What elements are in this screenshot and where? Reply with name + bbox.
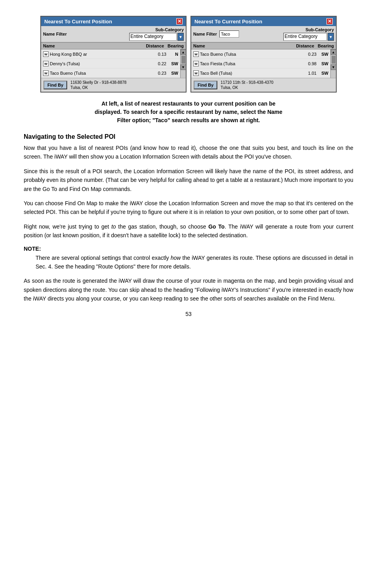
item-bearing-1-right: SW	[317, 61, 328, 66]
screenshot-right: Nearest To Current Position ✕ Name Filte…	[190, 16, 337, 93]
item-text-0-right: Taco Bueno (Tulsa	[200, 52, 236, 57]
name-filter-label-right: Name Filter	[193, 32, 217, 36]
col-headers-left: Name Distance Bearing	[41, 42, 186, 49]
list-item[interactable]: W Taco Bueno (Tulsa 0.23 SW	[191, 49, 330, 59]
item-name-0-right: W Taco Bueno (Tulsa	[193, 51, 293, 57]
address-line1-right: 11710 11th St - 918-438-4370	[221, 80, 273, 85]
footer-left: Find By 11630 Skelly Dr - 918-438-8878 T…	[41, 78, 186, 92]
note-text: There are several optional settings that…	[36, 253, 353, 271]
address-line2-right: Tulsa, OK	[221, 85, 273, 90]
paragraph-3: You can choose Find On Map to make the i…	[24, 199, 353, 217]
poi-icon-1-right: W	[193, 61, 199, 66]
paragraph-2: Since this is the result of a POI search…	[24, 167, 353, 193]
titlebar-right: Nearest To Current Position ✕	[191, 17, 336, 26]
item-text-2-left: Taco Bueno (Tulsa	[50, 71, 86, 76]
subcategory-label-left: Sub-Category	[155, 27, 184, 32]
name-filter-input-right[interactable]	[219, 30, 239, 38]
screenshots-row: Nearest To Current Position ✕ Name Filte…	[24, 16, 353, 93]
list-with-scroll-left: W Hong Kong BBQ ar 0.13 N W Denny's (Tul…	[41, 49, 186, 78]
item-bearing-0-right: SW	[317, 52, 328, 57]
item-bearing-2-right: SW	[317, 71, 328, 76]
titlebar-right-text: Nearest To Current Position	[194, 19, 262, 25]
subcategory-value-right: Entire Category	[283, 33, 327, 41]
item-dist-0-right: 0.23	[293, 52, 317, 57]
poi-icon-2-right: W	[193, 70, 199, 76]
item-dist-1-left: 0.22	[143, 61, 166, 66]
item-dist-2-right: 1.01	[293, 71, 317, 76]
subcategory-select-left[interactable]: Entire Category ▼	[129, 33, 184, 41]
list-with-scroll-right: W Taco Bueno (Tulsa 0.23 SW W Taco Fiest…	[191, 49, 336, 78]
caption-line1: At left, a list of nearest restaurants t…	[102, 100, 275, 107]
item-name-2-right: W Taco Bell (Tulsa)	[193, 70, 293, 76]
item-bearing-0-left: N	[166, 52, 178, 57]
list-item[interactable]: W Taco Bell (Tulsa) 1.01 SW	[191, 68, 330, 78]
address-left: 11630 Skelly Dr - 918-438-8878 Tulsa, OK	[70, 80, 126, 90]
subcategory-dropdown-arrow-left[interactable]: ▼	[177, 33, 184, 41]
caption-line3: Filter option; "Taco" search results are…	[117, 117, 260, 123]
col-bearing-right: Bearing	[314, 43, 334, 48]
item-text-1-right: Taco Fiesta (Tulsa	[200, 61, 235, 66]
footer-right: Find By 11710 11th St - 918-438-4370 Tul…	[191, 78, 336, 92]
scroll-thumb-left	[181, 56, 185, 64]
subcategory-select-right[interactable]: Entire Category ▼	[283, 33, 334, 41]
scroll-down-right[interactable]: ▼	[331, 64, 336, 70]
item-name-1-left: W Denny's (Tulsa)	[43, 61, 143, 66]
item-bearing-2-left: SW	[166, 71, 178, 76]
item-text-2-right: Taco Bell (Tulsa)	[200, 71, 232, 76]
findby-button-left[interactable]: Find By	[43, 81, 67, 89]
scroll-thumb-right	[332, 56, 336, 64]
list-item[interactable]: W Taco Fiesta (Tulsa 0.98 SW	[191, 59, 330, 68]
note-label: NOTE:	[24, 246, 353, 252]
item-dist-1-right: 0.98	[293, 61, 317, 66]
col-dist-right: Distance	[287, 43, 314, 48]
scroll-down-left[interactable]: ▼	[181, 64, 186, 70]
list-item[interactable]: W Denny's (Tulsa) 0.22 SW	[41, 59, 180, 68]
name-filter-label-left: Name Filter	[43, 32, 67, 36]
titlebar-left-text: Nearest To Current Position	[44, 19, 112, 25]
address-line1-left: 11630 Skelly Dr - 918-438-8878	[70, 80, 126, 85]
col-headers-right: Name Distance Bearing	[191, 42, 336, 49]
list-item[interactable]: W Hong Kong BBQ ar 0.13 N	[41, 49, 180, 59]
subcategory-value-left: Entire Category	[129, 33, 177, 41]
poi-icon-2-left: W	[43, 70, 49, 76]
scrollbar-right[interactable]: ▲ ▼	[330, 49, 336, 78]
filters-left: Name Filter Sub-Category Entire Category…	[41, 26, 186, 42]
scrollbar-left[interactable]: ▲ ▼	[180, 49, 186, 78]
paragraph-4: Right now, we're just trying to get to t…	[24, 222, 353, 240]
item-name-2-left: W Taco Bueno (Tulsa	[43, 70, 143, 76]
paragraph-1: Now that you have a list of nearest POIs…	[24, 144, 353, 161]
caption-line2: displayed. To search for a specific rest…	[94, 109, 282, 115]
subcategory-dropdown-arrow-right[interactable]: ▼	[328, 33, 334, 41]
scroll-up-left[interactable]: ▲	[181, 49, 186, 55]
titlebar-left: Nearest To Current Position ✕	[41, 17, 186, 26]
section-heading-navigating: Navigating to the Selected POI	[24, 133, 353, 140]
screenshot-left: Nearest To Current Position ✕ Name Filte…	[40, 16, 187, 93]
scroll-up-right[interactable]: ▲	[331, 49, 336, 55]
subcategory-left: Sub-Category	[155, 27, 184, 32]
item-name-1-right: W Taco Fiesta (Tulsa	[193, 61, 293, 66]
page-number: 53	[24, 311, 353, 317]
list-items-left: W Hong Kong BBQ ar 0.13 N W Denny's (Tul…	[41, 49, 180, 78]
item-dist-2-left: 0.23	[143, 71, 166, 76]
subcategory-label-right: Sub-Category	[305, 27, 334, 32]
findby-button-right[interactable]: Find By	[194, 81, 217, 89]
item-text-1-left: Denny's (Tulsa)	[50, 61, 80, 66]
final-paragraph: As soon as the route is generated the iW…	[24, 276, 353, 303]
item-name-0-left: W Hong Kong BBQ ar	[43, 51, 143, 57]
col-bearing-left: Bearing	[164, 43, 184, 48]
item-dist-0-left: 0.13	[143, 52, 166, 57]
close-button-right[interactable]: ✕	[326, 18, 333, 25]
col-name-right: Name	[193, 43, 287, 48]
list-items-right: W Taco Bueno (Tulsa 0.23 SW W Taco Fiest…	[191, 49, 330, 78]
note-section: NOTE: There are several optional setting…	[24, 246, 353, 271]
poi-icon-1-left: W	[43, 61, 49, 66]
list-item[interactable]: W Taco Bueno (Tulsa 0.23 SW	[41, 68, 180, 78]
item-bearing-1-left: SW	[166, 61, 178, 66]
item-text-0-left: Hong Kong BBQ ar	[50, 52, 87, 57]
poi-icon-0-left: W	[43, 51, 49, 57]
address-line2-left: Tulsa, OK	[70, 85, 126, 90]
address-right: 11710 11th St - 918-438-4370 Tulsa, OK	[221, 80, 273, 90]
col-name-left: Name	[43, 43, 136, 48]
close-button-left[interactable]: ✕	[176, 18, 183, 25]
col-dist-left: Distance	[136, 43, 164, 48]
